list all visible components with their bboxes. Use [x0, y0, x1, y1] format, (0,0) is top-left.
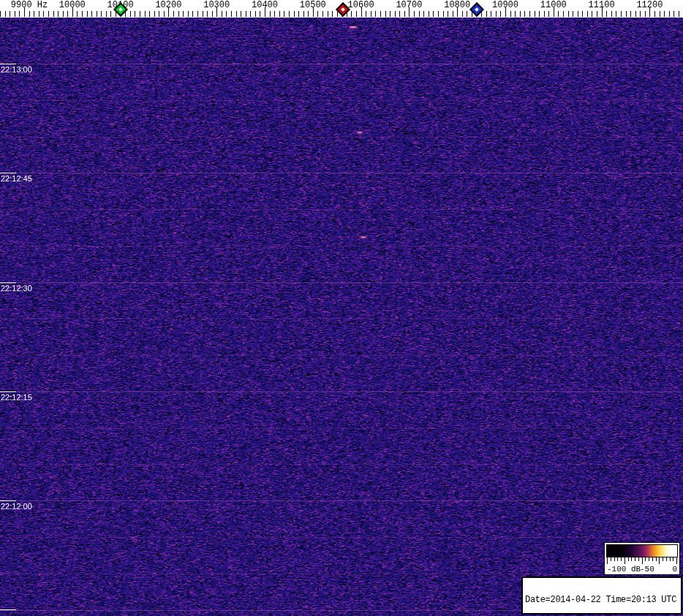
freq-minor-tick: [154, 11, 155, 17]
legend-tick: [624, 557, 625, 564]
freq-minor-tick: [611, 11, 612, 17]
freq-minor-tick: [289, 11, 290, 17]
freq-minor-tick: [106, 11, 107, 17]
freq-minor-tick: [635, 11, 636, 17]
freq-minor-tick: [404, 11, 405, 17]
blue-marker-core: [475, 7, 479, 12]
freq-minor-tick: [77, 11, 78, 17]
time-tick-line: [0, 609, 16, 610]
freq-minor-tick: [380, 11, 381, 17]
freq-minor-tick: [520, 11, 521, 17]
freq-minor-tick: [317, 11, 318, 17]
freq-axis-label: 10200: [155, 0, 181, 10]
freq-minor-tick: [255, 11, 256, 17]
legend-tick-ruler: [607, 557, 678, 564]
freq-minor-tick: [366, 11, 366, 17]
freq-axis-label: 10300: [203, 0, 230, 10]
freq-minor-tick: [197, 11, 198, 17]
freq-minor-tick: [246, 11, 246, 17]
freq-minor-tick: [529, 11, 530, 17]
time-tick-line: [0, 64, 16, 64]
legend-tick: [611, 557, 611, 561]
freq-minor-tick: [645, 11, 646, 17]
legend-tick: [676, 557, 677, 564]
freq-minor-tick: [39, 11, 39, 17]
freq-minor-tick: [535, 11, 535, 17]
freq-minor-tick: [303, 11, 304, 17]
freq-minor-tick: [544, 11, 545, 17]
freq-minor-tick: [462, 11, 463, 17]
freq-minor-tick: [654, 11, 655, 17]
freq-minor-tick: [351, 11, 352, 17]
green-marker-core: [118, 7, 123, 12]
freq-minor-tick: [423, 11, 424, 17]
freq-minor-tick: [453, 11, 453, 17]
freq-minor-tick: [332, 11, 333, 17]
freq-minor-tick: [91, 11, 92, 17]
freq-minor-tick: [101, 11, 102, 17]
freq-axis-label: 11100: [589, 0, 615, 10]
freq-axis-label: 10000: [59, 0, 86, 10]
legend-label-mid: -50: [640, 565, 654, 574]
freq-minor-tick: [664, 11, 665, 17]
legend-tick: [652, 557, 653, 561]
legend-tick: [645, 557, 646, 561]
legend-tick: [670, 557, 671, 561]
time-axis-overlay: 22:13:0022:12:4522:12:3022:12:1522:12:00: [0, 0, 683, 616]
freq-minor-tick: [510, 11, 511, 17]
red-marker-core: [341, 7, 345, 12]
freq-minor-tick: [558, 11, 559, 17]
freq-minor-tick: [578, 11, 578, 17]
freq-minor-tick: [592, 11, 592, 17]
freq-minor-tick: [192, 11, 193, 17]
freq-minor-tick: [279, 11, 280, 17]
freq-minor-tick: [260, 11, 260, 17]
freq-minor-tick: [640, 11, 641, 17]
legend-tick: [659, 557, 660, 564]
freq-minor-tick: [606, 11, 607, 17]
freq-minor-tick: [241, 11, 241, 17]
freq-minor-tick: [298, 11, 299, 17]
freq-minor-tick: [390, 11, 390, 17]
freq-minor-tick: [573, 11, 573, 17]
freq-minor-tick: [328, 11, 328, 17]
time-tick-line: [0, 282, 16, 283]
freq-minor-tick: [399, 11, 400, 17]
freq-minor-tick: [87, 11, 88, 17]
freq-axis-label: 10900: [492, 0, 518, 10]
freq-minor-tick: [34, 11, 34, 17]
freq-axis-label: 11200: [636, 0, 663, 10]
info-date-time: Date=2014-04-22 Time=20:13 UTC: [525, 596, 679, 605]
freq-minor-tick: [356, 11, 357, 17]
time-axis-label: 22:12:45: [1, 174, 32, 183]
freq-minor-tick: [375, 11, 376, 17]
status-info-box: Date=2014-04-22 Time=20:13 UTC Freq=143 …: [521, 576, 682, 615]
freq-minor-tick: [395, 11, 396, 17]
freq-minor-tick: [496, 11, 497, 17]
freq-minor-tick: [660, 11, 660, 17]
freq-minor-tick: [110, 11, 111, 17]
freq-minor-tick: [419, 11, 420, 17]
freq-minor-tick: [173, 11, 174, 17]
freq-axis-label: 10600: [348, 0, 374, 10]
legend-tick: [617, 557, 618, 561]
legend-tick: [635, 557, 635, 561]
freq-minor-tick: [10, 11, 10, 17]
freq-minor-tick: [587, 11, 588, 17]
freq-minor-tick: [500, 11, 501, 17]
freq-minor-tick: [164, 11, 165, 17]
freq-minor-tick: [539, 11, 540, 17]
freq-minor-tick: [626, 11, 627, 17]
freq-minor-tick: [270, 11, 271, 17]
freq-minor-tick: [429, 11, 429, 17]
freq-minor-tick: [58, 11, 59, 17]
freq-minor-tick: [5, 11, 6, 17]
freq-minor-tick: [178, 11, 179, 17]
freq-minor-tick: [183, 11, 184, 17]
color-scale-legend: -100 dB -50 0: [604, 542, 680, 575]
time-axis-label: 22:12:00: [1, 502, 32, 511]
legend-tick: [631, 557, 632, 561]
legend-tick: [649, 557, 649, 561]
freq-axis-label: 11000: [540, 0, 567, 10]
freq-axis-label: 10400: [252, 0, 278, 10]
